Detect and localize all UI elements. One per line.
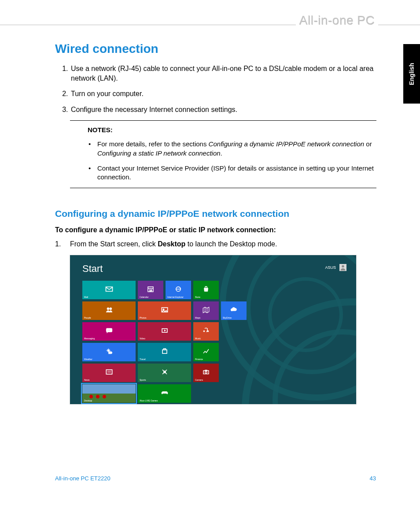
tile-music[interactable]: Music (193, 322, 219, 341)
svg-point-5 (107, 308, 109, 310)
svg-point-10 (107, 330, 108, 331)
tile-label: Internet Explorer (167, 296, 184, 298)
tile-row: NewsSportsCamera (82, 364, 247, 382)
games-icon (160, 388, 169, 399)
tile-weather[interactable]: Weather (82, 343, 136, 361)
tile-label: Mail (84, 296, 88, 298)
tile-row: Mail18CalendarInternet ExplorerStore (82, 281, 247, 299)
svg-point-13 (203, 331, 205, 332)
tile-row: WeatherTravelFinance (82, 343, 247, 361)
svg-point-0 (342, 265, 344, 268)
notes-box: NOTES: For more details, refer to the se… (70, 120, 376, 188)
tile-internet-explorer[interactable]: Internet Explorer (166, 281, 191, 299)
svg-rect-16 (162, 350, 167, 353)
svg-rect-24 (205, 370, 207, 371)
subsection-lead: To configure a dynamic IP/PPPoE or stati… (55, 226, 376, 234)
tile-xbox-live-games[interactable]: Xbox LIVE Games (138, 384, 191, 403)
tile-mail[interactable]: Mail (82, 281, 136, 299)
tile-photos[interactable]: Photos (138, 301, 191, 320)
photos-icon (160, 305, 169, 316)
tile-label: Calendar (140, 296, 148, 298)
svg-point-11 (109, 330, 110, 331)
page-footer: All-in-one PC ET2220 43 (55, 475, 376, 482)
svg-text:18: 18 (149, 289, 152, 292)
start-label: Start (82, 263, 103, 275)
tile-finance[interactable]: Finance (193, 343, 219, 361)
section-title: Wired connection (55, 42, 376, 56)
page-content: Wired connection Use a network (RJ-45) c… (55, 42, 376, 404)
news-icon (105, 368, 114, 378)
language-label: English (408, 63, 415, 85)
avatar-icon (339, 264, 346, 271)
language-tab: English (403, 44, 420, 104)
footer-model: All-in-one PC ET2220 (55, 475, 111, 482)
svg-point-15 (107, 349, 109, 352)
mail-icon (105, 285, 114, 295)
user-account[interactable]: ASUS (325, 264, 346, 271)
calendar-icon: 18 (147, 285, 155, 295)
tile-maps[interactable]: Maps (193, 301, 219, 320)
ie-icon (174, 285, 182, 295)
tile-label: Xbox LIVE Games (140, 399, 158, 402)
tile-label: Weather (84, 358, 92, 360)
tile-row: PeoplePhotosMapsSkyDrive (82, 301, 247, 320)
camera-icon (202, 368, 210, 378)
store-icon (202, 285, 210, 295)
svg-point-21 (163, 371, 166, 373)
tile-travel[interactable]: Travel (138, 343, 191, 361)
weather-icon (105, 347, 114, 357)
skydrive-icon (230, 306, 238, 316)
svg-point-6 (109, 308, 111, 310)
start-screen-screenshot: Start ASUS Mail18CalendarInternet Explor… (70, 255, 356, 404)
tile-video[interactable]: Video (138, 322, 191, 341)
user-name-label: ASUS (325, 265, 336, 270)
steps-list: Use a network (RJ-45) cable to connect y… (55, 64, 376, 114)
tiles-grid: Mail18CalendarInternet ExplorerStorePeop… (82, 281, 247, 403)
svg-rect-17 (163, 349, 166, 350)
tile-label: Maps (195, 316, 200, 319)
product-line-header: All-in-one PC (296, 13, 378, 27)
svg-rect-18 (106, 370, 112, 374)
note-item: Contact your Internet Service Provider (… (88, 164, 376, 182)
tile-camera[interactable]: Camera (193, 364, 219, 382)
step-item: Use a network (RJ-45) cable to connect y… (70, 64, 376, 83)
tile-label: People (84, 316, 91, 319)
tile-label: Music (195, 337, 201, 340)
tile-label: SkyDrive (223, 316, 232, 319)
tile-label: Finance (195, 358, 203, 360)
notes-heading: NOTES: (88, 126, 376, 134)
tile-news[interactable]: News (82, 364, 136, 382)
svg-point-23 (205, 372, 207, 374)
note-item: For more details, refer to the sections … (88, 140, 376, 158)
step-item: Configure the necessary Internet connect… (70, 105, 376, 115)
travel-icon (160, 347, 169, 357)
tile-calendar[interactable]: 18Calendar (138, 281, 163, 299)
tile-label: Desktop (84, 399, 92, 402)
tile-label: Sports (140, 379, 146, 381)
footer-page-number: 43 (370, 475, 376, 482)
tile-label: Store (195, 296, 200, 298)
tile-label: Video (140, 337, 145, 340)
tile-sports[interactable]: Sports (138, 364, 191, 382)
sports-icon (160, 368, 169, 378)
video-icon (160, 326, 169, 337)
tile-store[interactable]: Store (193, 281, 219, 299)
tile-desktop[interactable]: Desktop (82, 384, 136, 403)
subsection-step: 1. From the Start screen, click Desktop … (55, 240, 376, 248)
music-icon (202, 327, 210, 336)
tile-label: Camera (195, 379, 203, 381)
people-icon (105, 305, 114, 316)
tile-label: Messaging (84, 337, 95, 340)
tile-label: Travel (140, 358, 146, 360)
finance-icon (202, 347, 210, 357)
maps-icon (202, 306, 210, 316)
tile-messaging[interactable]: Messaging (82, 322, 136, 341)
tile-skydrive[interactable]: SkyDrive (221, 301, 247, 320)
tile-row: MessagingVideoMusic (82, 322, 247, 341)
tile-row: DesktopXbox LIVE Games (82, 384, 247, 403)
tile-people[interactable]: People (82, 301, 136, 320)
svg-point-14 (207, 331, 209, 332)
tile-label: Photos (140, 316, 147, 319)
subsection-title: Configuring a dynamic IP/PPPoE network c… (55, 208, 376, 219)
tile-label: News (84, 379, 90, 381)
